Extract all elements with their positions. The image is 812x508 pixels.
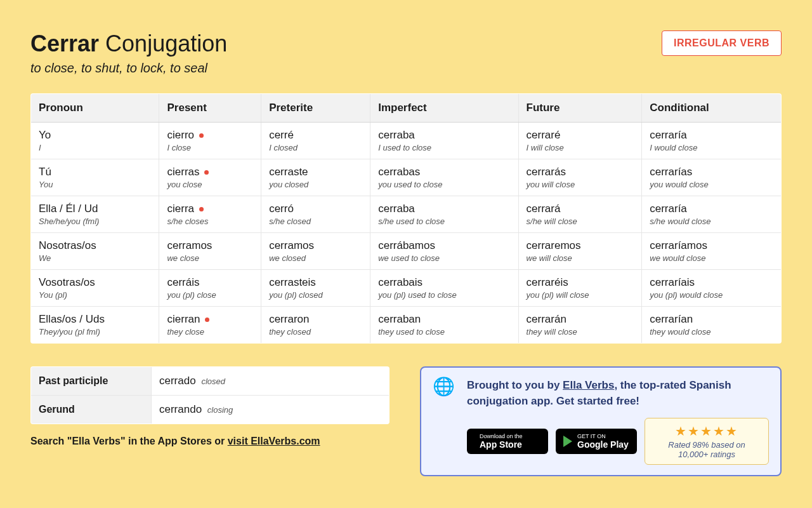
conjugation-cell: cerraríaI would close: [642, 123, 782, 159]
conjugation-cell: cierra s/he closes: [159, 196, 261, 233]
column-header: Imperfect: [370, 94, 518, 123]
conjugation-cell: cerrabas/he used to close: [370, 196, 518, 233]
conjugation-cell: cerráisyou (pl) close: [159, 270, 261, 307]
conjugation-cell: cerrarásyou will close: [518, 159, 642, 196]
promo-text: Brought to you by Ella Verbs, the top-ra…: [467, 378, 769, 409]
pronoun-cell: Ella / Él / UdShe/he/you (fml): [31, 196, 159, 233]
conjugation-cell: cerraríanthey would close: [642, 307, 782, 344]
column-header: Present: [159, 94, 261, 123]
conjugation-cell: cerraríaisyou (pl) would close: [642, 270, 782, 307]
conjugation-cell: cerrós/he closed: [261, 196, 370, 233]
past-participle-value: cerrado closed: [152, 367, 390, 396]
conjugation-cell: cerrabaI used to close: [370, 123, 518, 159]
conjugation-cell: cerrasteisyou (pl) closed: [261, 270, 370, 307]
conjugation-cell: cerrábamoswe used to close: [370, 233, 518, 270]
table-row: Ellas/os / UdsThey/you (pl fml)cierran t…: [31, 307, 782, 344]
table-row: YoIcierro I closecerréI closedcerrabaI u…: [31, 123, 782, 159]
conjugation-cell: cerrarías/he would close: [642, 196, 782, 233]
table-row: Nosotras/osWecerramoswe closecerramoswe …: [31, 233, 782, 270]
conjugation-cell: cierro I close: [159, 123, 261, 159]
pronoun-cell: YoI: [31, 123, 159, 159]
column-header: Future: [518, 94, 642, 123]
rating-box: ★★★★★ Rated 98% based on 10,000+ ratings: [645, 418, 769, 465]
irregular-badge: IRREGULAR VERB: [662, 30, 782, 56]
pronoun-cell: Vosotras/osYou (pl): [31, 270, 159, 307]
conjugation-cell: cerramoswe closed: [261, 233, 370, 270]
play-icon: [563, 436, 572, 447]
past-participle-label: Past participle: [31, 367, 152, 396]
irregular-dot-icon: [205, 318, 209, 322]
pronoun-cell: Nosotras/osWe: [31, 233, 159, 270]
column-header: Preterite: [261, 94, 370, 123]
conjugation-cell: cerrabanthey used to close: [370, 307, 518, 344]
conjugation-cell: cerraríasyou would close: [642, 159, 782, 196]
promo-box: 🌐 Brought to you by Ella Verbs, the top-…: [420, 366, 782, 476]
table-row: Vosotras/osYou (pl)cerráisyou (pl) close…: [31, 270, 782, 307]
stars-icon: ★★★★★: [657, 424, 757, 439]
conjugation-table: PronounPresentPreteriteImperfectFutureCo…: [30, 93, 782, 344]
conjugation-cell: cerramoswe close: [159, 233, 261, 270]
conjugation-cell: cerraréisyou (pl) will close: [518, 270, 642, 307]
conjugation-cell: cierran they close: [159, 307, 261, 344]
table-row: Ella / Él / UdShe/he/you (fml)cierra s/h…: [31, 196, 782, 233]
conjugation-cell: cerrarás/he will close: [518, 196, 642, 233]
rating-text: Rated 98% based on 10,000+ ratings: [657, 440, 757, 459]
gerund-value: cerrando closing: [152, 396, 390, 424]
column-header: Pronoun: [31, 94, 159, 123]
conjugation-cell: cerraréI will close: [518, 123, 642, 159]
search-note: Search "Ella Verbs" in the App Stores or…: [30, 436, 390, 447]
app-icon: 🌐: [433, 378, 458, 465]
conjugation-cell: cerrabaisyou (pl) used to close: [370, 270, 518, 307]
irregular-dot-icon: [199, 133, 204, 138]
irregular-dot-icon: [204, 170, 209, 175]
conjugation-cell: cierras you close: [159, 159, 261, 196]
visit-link[interactable]: visit EllaVerbs.com: [228, 436, 320, 446]
google-play-badge[interactable]: GET IT ON Google Play: [556, 429, 637, 454]
column-header: Conditional: [642, 94, 782, 123]
conjugation-cell: cerraronthey closed: [261, 307, 370, 344]
page-title: Cerrar Conjugation: [30, 30, 227, 57]
conjugation-cell: cerraríamoswe would close: [642, 233, 782, 270]
conjugation-cell: cerrabasyou used to close: [370, 159, 518, 196]
pronoun-cell: TúYou: [31, 159, 159, 196]
conjugation-cell: cerrasteyou closed: [261, 159, 370, 196]
irregular-dot-icon: [199, 207, 204, 211]
subtitle: to close, to shut, to lock, to seal: [30, 61, 227, 76]
title-suffix: Conjugation: [105, 30, 227, 57]
verb-name: Cerrar: [30, 30, 99, 57]
participle-table: Past participle cerrado closed Gerund ce…: [30, 366, 390, 424]
pronoun-cell: Ellas/os / UdsThey/you (pl fml): [31, 307, 159, 344]
table-row: TúYoucierras you closecerrasteyou closed…: [31, 159, 782, 196]
conjugation-cell: cerraremoswe will close: [518, 233, 642, 270]
conjugation-cell: cerréI closed: [261, 123, 370, 159]
ella-verbs-link[interactable]: Ella Verbs: [563, 379, 614, 391]
app-store-badge[interactable]: Download on the App Store: [467, 429, 548, 454]
conjugation-cell: cerraránthey will close: [518, 307, 642, 344]
gerund-label: Gerund: [31, 396, 152, 424]
